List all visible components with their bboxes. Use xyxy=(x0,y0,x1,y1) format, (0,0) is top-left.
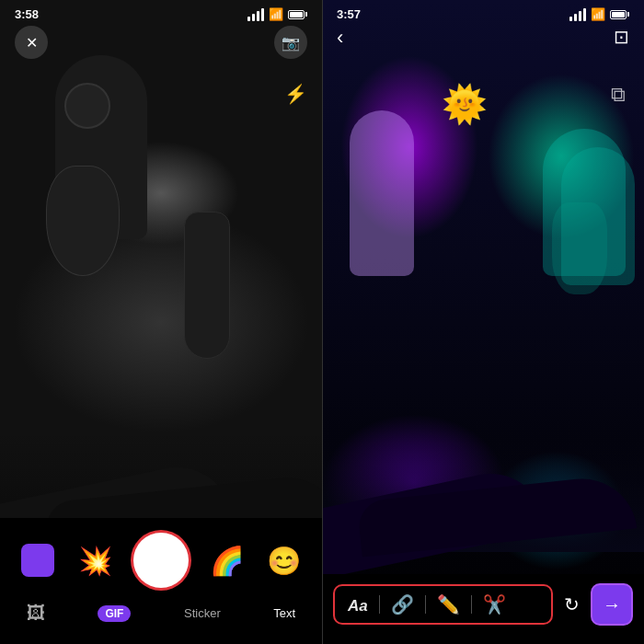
link-icon: 🔗 xyxy=(391,594,414,615)
draw-icon: ✏️ xyxy=(437,594,460,615)
camera-button[interactable]: 📷 xyxy=(274,26,307,59)
nav-text[interactable]: Text xyxy=(273,606,295,620)
next-arrow-icon: → xyxy=(603,594,621,615)
right-signal-icon xyxy=(569,8,586,21)
wifi-icon: 📶 xyxy=(269,7,283,21)
right-status-bar: 3:57 📶 xyxy=(322,0,644,25)
tool-divider-1 xyxy=(379,595,380,614)
undo-icon: ↻ xyxy=(564,594,580,615)
left-top-icons: ✕ 📷 xyxy=(0,26,322,59)
undo-button[interactable]: ↻ xyxy=(560,590,583,619)
head-silhouette xyxy=(64,83,110,129)
sticker-row: 💥 🌈 😊 xyxy=(0,527,322,597)
sticker-explosion[interactable]: 💥 xyxy=(75,539,117,581)
guitar-right xyxy=(552,202,607,294)
bottom-nav: 🖼 GIF Sticker Text xyxy=(0,597,322,626)
left-time: 3:58 xyxy=(15,7,39,21)
sticker-rainbow[interactable]: 🌈 xyxy=(205,539,247,581)
nav-gallery[interactable]: 🖼 xyxy=(27,603,45,624)
sun-sticker[interactable]: 🌞 xyxy=(442,83,488,126)
scissors-tool-button[interactable]: ✂️ xyxy=(483,593,506,615)
sticker-label: Sticker xyxy=(184,606,221,620)
stack-icon[interactable]: ⧉ xyxy=(611,83,626,107)
nav-gif[interactable]: GIF xyxy=(98,605,131,622)
explosion-icon: 💥 xyxy=(78,545,112,577)
shutter-button[interactable] xyxy=(133,533,189,588)
battery-icon xyxy=(288,10,307,19)
link-tool-button[interactable]: 🔗 xyxy=(391,593,414,615)
tool-divider-3 xyxy=(471,595,472,614)
right-top-icons: ‹ ⊡ xyxy=(322,26,644,50)
draw-tool-button[interactable]: ✏️ xyxy=(437,593,460,615)
text-label: Text xyxy=(273,606,295,620)
gif-label: GIF xyxy=(98,605,131,622)
right-wifi-icon: 📶 xyxy=(591,7,605,21)
back-button[interactable]: ‹ xyxy=(337,26,343,50)
nav-sticker[interactable]: Sticker xyxy=(184,606,221,620)
text-tool-button[interactable]: Aa xyxy=(348,594,368,615)
purple-square-icon xyxy=(21,544,54,577)
signal-icon xyxy=(247,8,264,21)
rainbow-icon: 🌈 xyxy=(210,545,244,577)
sticker-smiley[interactable]: 😊 xyxy=(263,539,305,581)
left-bottom-toolbar: 💥 🌈 😊 🖼 GIF Sticker xyxy=(0,518,322,644)
gallery-icon: 🖼 xyxy=(27,603,45,624)
smiley-icon: 😊 xyxy=(267,545,301,577)
tool-divider-2 xyxy=(425,595,426,614)
tool-group: Aa 🔗 ✏️ ✂️ xyxy=(333,584,553,625)
right-panel: 3:57 📶 xyxy=(322,0,644,644)
person-color-1 xyxy=(350,110,414,276)
panel-divider xyxy=(322,0,323,644)
close-button[interactable]: ✕ xyxy=(15,26,48,59)
stack-emoji: ⧉ xyxy=(611,83,626,106)
text-aa-icon: Aa xyxy=(348,597,368,615)
scissors-icon: ✂️ xyxy=(483,594,506,615)
crop-icon: ⊡ xyxy=(614,27,629,47)
camera-icon: 📷 xyxy=(282,34,300,52)
flash-icon[interactable]: ⚡ xyxy=(284,83,307,105)
acoustic-guitar xyxy=(184,212,230,359)
capture-button[interactable] xyxy=(132,531,190,590)
left-panel: 3:58 📶 ✕ xyxy=(0,0,322,644)
right-time: 3:57 xyxy=(337,7,361,21)
sticker-purple-square[interactable] xyxy=(17,539,59,581)
next-button[interactable]: → xyxy=(591,583,633,626)
right-battery-icon xyxy=(610,10,629,19)
guitar-body xyxy=(46,166,120,276)
sun-emoji: 🌞 xyxy=(442,84,488,124)
left-status-bar: 3:58 📶 xyxy=(0,0,322,25)
crop-button[interactable]: ⊡ xyxy=(614,26,629,50)
right-bottom-toolbar: Aa 🔗 ✏️ ✂️ ↻ → xyxy=(322,574,644,644)
